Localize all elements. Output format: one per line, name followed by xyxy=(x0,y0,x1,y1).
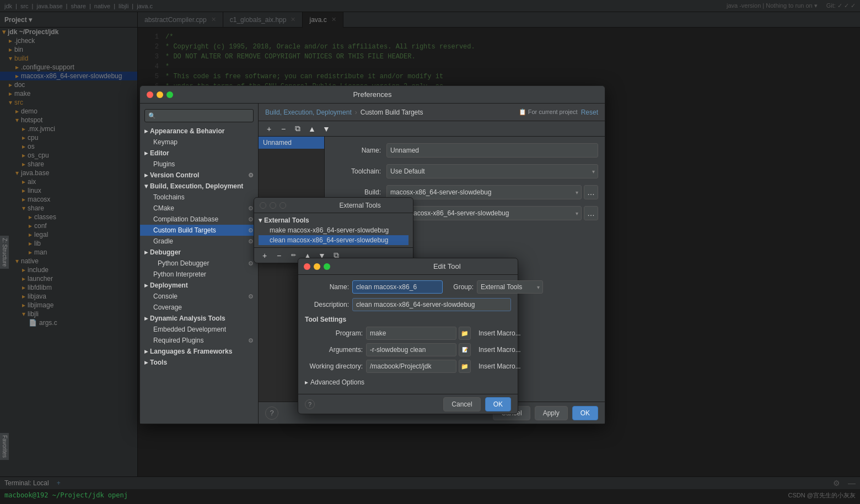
sidebar-required-plugins[interactable]: Required Plugins ⚙ xyxy=(140,335,258,346)
build-more-btn[interactable]: … xyxy=(584,185,598,199)
arguments-input[interactable] xyxy=(366,343,456,356)
insert-macro-args-btn[interactable]: Insert Macro... xyxy=(474,343,525,356)
insert-macro-dir-btn[interactable]: Insert Macro... xyxy=(474,360,525,373)
arrow-icon: ▸ xyxy=(144,359,148,366)
program-browse-btn[interactable]: 📁 xyxy=(459,327,471,340)
arrow-icon: ▾ xyxy=(144,182,148,190)
list-item-unnamed[interactable]: Unnamed xyxy=(259,137,324,149)
sidebar-embedded[interactable]: Embedded Development xyxy=(140,324,258,335)
add-button[interactable]: + xyxy=(263,123,275,135)
ext-traffic-lights xyxy=(260,202,286,209)
sidebar-label: Appearance & Behavior xyxy=(150,127,224,135)
sidebar-keymap[interactable]: Keymap xyxy=(140,137,258,148)
search-input[interactable] xyxy=(158,112,250,120)
ok-button[interactable]: OK xyxy=(572,406,598,420)
dialog-title: Preferences xyxy=(353,90,391,99)
sidebar-vcs[interactable]: ▸ Version Control ⚙ xyxy=(140,170,258,181)
maximize-button[interactable] xyxy=(166,91,173,98)
edit-traffic-lights xyxy=(304,263,330,270)
sidebar-deployment[interactable]: ▸ Deployment xyxy=(140,280,258,291)
advanced-options-label: Advanced Options xyxy=(310,378,364,386)
down-button[interactable]: ▼ xyxy=(320,123,332,135)
edit-group-label: Group: xyxy=(446,283,474,291)
for-project-label: For current project xyxy=(528,109,578,115)
sidebar-toolchains[interactable]: Toolchains xyxy=(140,192,258,203)
program-input[interactable] xyxy=(366,327,456,340)
up-button[interactable]: ▲ xyxy=(306,123,318,135)
edit-help-icon[interactable]: ? xyxy=(305,399,315,409)
sidebar-label: CMake xyxy=(153,204,174,212)
arguments-browse-btn[interactable]: 📝 xyxy=(459,343,471,356)
search-box[interactable]: 🔍 xyxy=(144,109,254,122)
edit-cancel-button[interactable]: Cancel xyxy=(443,397,480,411)
edit-name-input[interactable] xyxy=(352,280,443,294)
clean-more-btn[interactable]: … xyxy=(584,206,598,220)
sidebar-cmake[interactable]: CMake ⚙ xyxy=(140,203,258,214)
remove-button[interactable]: − xyxy=(277,123,289,135)
program-input-wrapper: 📁 xyxy=(366,327,471,340)
help-icon[interactable]: ? xyxy=(265,407,278,420)
working-dir-input-wrapper: 📁 xyxy=(366,360,471,373)
sidebar-label: Python Debugger xyxy=(158,259,209,267)
for-project-btn[interactable]: 📋 For current project xyxy=(519,109,578,116)
breadcrumb-parent[interactable]: Build, Execution, Deployment xyxy=(265,109,352,116)
edit-description-input[interactable] xyxy=(352,298,511,311)
ext-item-make[interactable]: make macosx-x86_64-server-slowdebug xyxy=(259,225,409,235)
sidebar-plugins[interactable]: Plugins xyxy=(140,159,258,170)
working-dir-input[interactable] xyxy=(366,360,456,373)
name-input[interactable] xyxy=(386,143,598,158)
sidebar-python-debugger[interactable]: Python Debugger ⚙ xyxy=(140,258,258,269)
group-select[interactable]: External Tools xyxy=(477,280,543,294)
sidebar-editor[interactable]: ▸ Editor xyxy=(140,148,258,159)
minimize-button[interactable] xyxy=(157,91,163,98)
gear-icon: ⚙ xyxy=(248,205,254,212)
gear-icon: ⚙ xyxy=(248,172,254,179)
close-button[interactable] xyxy=(147,91,153,98)
structure-panel-tab[interactable]: Z: Structure xyxy=(0,235,9,268)
sidebar-label: Keymap xyxy=(153,138,178,146)
edit-ok-button[interactable]: OK xyxy=(485,397,511,411)
sidebar-python-interpreter[interactable]: Python Interpreter xyxy=(140,269,258,280)
edit-name-label: Name: xyxy=(305,283,349,291)
working-dir-browse-btn[interactable]: 📁 xyxy=(459,360,471,373)
clean-select[interactable]: clean macosx-x86_64-server-slowdebug xyxy=(386,206,582,220)
sidebar-label: Version Control xyxy=(150,171,199,179)
build-select-wrapper: macosx-x86_64-server-slowdebug ▾ xyxy=(386,185,582,199)
edit-close-btn[interactable] xyxy=(304,263,310,270)
sidebar-label: Python Interpreter xyxy=(153,270,206,278)
reset-button[interactable]: Reset xyxy=(581,109,598,116)
sidebar-console[interactable]: Console ⚙ xyxy=(140,291,258,302)
sidebar-gradle[interactable]: Gradle ⚙ xyxy=(140,236,258,247)
insert-macro-program-btn[interactable]: Insert Macro... xyxy=(474,327,525,340)
arrow-icon: ▸ xyxy=(144,248,148,256)
edit-max-btn[interactable] xyxy=(324,263,330,270)
sidebar-build[interactable]: ▾ Build, Execution, Deployment xyxy=(140,181,258,192)
arguments-input-wrapper: 📝 xyxy=(366,343,471,356)
sidebar-appearance[interactable]: ▸ Appearance & Behavior xyxy=(140,126,258,137)
sidebar-languages[interactable]: ▸ Languages & Frameworks xyxy=(140,346,258,357)
sidebar-tools[interactable]: ▸ Tools xyxy=(140,357,258,368)
sidebar-label: Languages & Frameworks xyxy=(150,348,232,355)
favorites-panel-tab[interactable]: Favorites xyxy=(0,433,9,460)
toolchain-select[interactable]: Use Default xyxy=(386,164,598,178)
sidebar-custom-build-targets[interactable]: Custom Build Targets ⚙ xyxy=(140,225,258,236)
sidebar-compilation-db[interactable]: Compilation Database ⚙ xyxy=(140,214,258,225)
arguments-row: Arguments: 📝 Insert Macro... xyxy=(305,343,511,356)
copy-button[interactable]: ⧉ xyxy=(292,123,304,135)
ext-item-clean[interactable]: clean macosx-x86_64-server-slowdebug xyxy=(259,235,409,245)
sidebar-coverage[interactable]: Coverage xyxy=(140,302,258,313)
arrow-icon: ▸ xyxy=(144,171,148,179)
working-dir-label: Working directory: xyxy=(305,362,363,370)
ext-add-btn[interactable]: + xyxy=(259,250,271,262)
advanced-options-row[interactable]: ▸ Advanced Options xyxy=(305,376,511,388)
sidebar-debugger[interactable]: ▸ Debugger xyxy=(140,247,258,258)
build-select[interactable]: macosx-x86_64-server-slowdebug xyxy=(386,185,582,199)
ext-min-btn[interactable] xyxy=(270,202,276,209)
edit-min-btn[interactable] xyxy=(314,263,320,270)
ext-remove-btn[interactable]: − xyxy=(273,250,285,262)
ext-close-btn[interactable] xyxy=(260,202,266,209)
apply-button[interactable]: Apply xyxy=(535,406,568,420)
ext-max-btn[interactable] xyxy=(280,202,286,209)
sidebar-dynamic-analysis[interactable]: ▸ Dynamic Analysis Tools xyxy=(140,313,258,324)
pref-toolbar: + − ⧉ ▲ ▼ xyxy=(259,121,605,137)
